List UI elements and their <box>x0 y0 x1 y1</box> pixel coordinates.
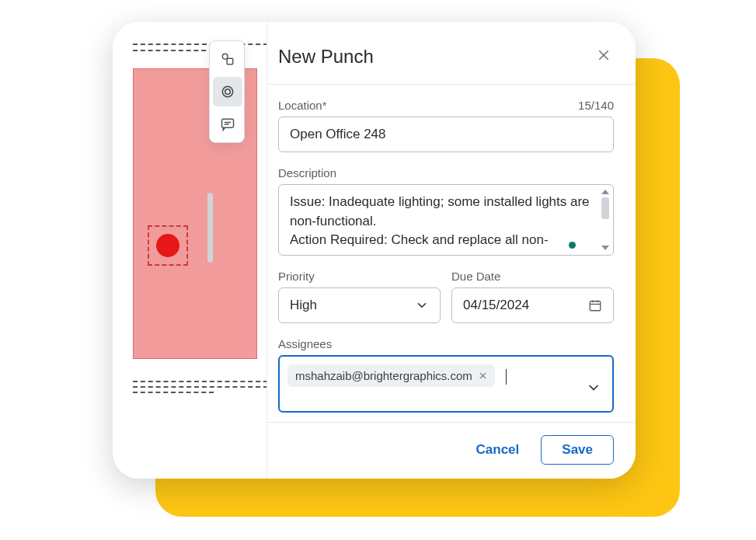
target-tool-button[interactable] <box>213 77 242 106</box>
svg-point-3 <box>225 89 231 95</box>
floorplan-area <box>113 22 276 479</box>
calendar-icon <box>588 298 602 312</box>
save-button[interactable]: Save <box>541 435 614 465</box>
description-text: Issue: Inadequate lighting; some install… <box>290 193 596 250</box>
plan-guide-line <box>133 50 214 51</box>
assignees-label: Assignees <box>278 337 614 350</box>
location-field: Location* 15/140 <box>278 99 614 152</box>
shapes-tool-button[interactable] <box>213 44 242 74</box>
svg-rect-9 <box>590 301 601 311</box>
text-caret <box>506 369 507 385</box>
resize-handle-icon <box>569 242 576 249</box>
chip-remove-button[interactable] <box>479 370 487 382</box>
due-date-value: 04/15/2024 <box>463 298 529 313</box>
due-date-field: Due Date 04/15/2024 <box>451 270 614 323</box>
close-button[interactable] <box>594 45 614 68</box>
panel-footer: Cancel Save <box>267 422 636 479</box>
location-char-count: 15/140 <box>578 99 614 112</box>
panel-title: New Punch <box>278 46 374 68</box>
chevron-down-icon <box>415 298 429 312</box>
assignee-chip[interactable]: mshahzaib@brightergraphics.com <box>287 364 495 387</box>
due-date-label: Due Date <box>451 270 614 283</box>
due-date-input[interactable]: 04/15/2024 <box>451 287 614 323</box>
priority-value: High <box>290 298 317 313</box>
priority-label: Priority <box>278 270 441 283</box>
plan-guide-line <box>133 386 268 388</box>
priority-select[interactable]: High <box>278 287 441 323</box>
punch-marker[interactable] <box>148 225 188 266</box>
assignees-field: Assignees mshahzaib@brightergraphics.com <box>278 337 614 413</box>
svg-rect-4 <box>222 119 234 127</box>
textarea-scrollbar[interactable] <box>601 190 610 250</box>
priority-field: Priority High <box>278 270 441 323</box>
panel-body: Location* 15/140 Description Issue: Inad… <box>267 85 636 419</box>
close-icon <box>597 48 611 62</box>
plan-scrollbar-thumb[interactable] <box>207 193 213 263</box>
assignee-chip-text: mshahzaib@brightergraphics.com <box>295 369 472 382</box>
comment-icon <box>220 117 235 132</box>
scroll-down-icon <box>601 246 609 250</box>
close-icon <box>479 371 487 380</box>
new-punch-panel: New Punch Location* 15/140 Descripti <box>267 22 636 479</box>
assignees-input[interactable]: mshahzaib@brightergraphics.com <box>278 355 614 413</box>
plan-guide-line <box>133 44 268 45</box>
app-card: New Punch Location* 15/140 Descripti <box>113 22 636 479</box>
location-input[interactable] <box>278 117 614 152</box>
panel-header: New Punch <box>267 22 636 85</box>
location-label: Location* <box>278 99 327 112</box>
description-textarea[interactable]: Issue: Inadequate lighting; some install… <box>278 184 614 256</box>
description-field: Description Issue: Inadequate lighting; … <box>278 166 614 256</box>
comment-tool-button[interactable] <box>213 110 242 139</box>
chevron-down-icon <box>586 380 601 395</box>
plan-guide-line <box>133 392 214 393</box>
target-icon <box>220 84 235 99</box>
shapes-icon <box>220 51 235 67</box>
assignees-dropdown-toggle[interactable] <box>586 380 601 399</box>
scroll-thumb[interactable] <box>601 197 609 219</box>
punch-marker-dot <box>156 234 179 257</box>
description-label: Description <box>278 166 614 179</box>
svg-rect-1 <box>227 58 233 64</box>
annotation-toolbar <box>209 40 245 143</box>
scroll-up-icon <box>601 190 609 194</box>
plan-guide-line <box>133 381 268 382</box>
cancel-button[interactable]: Cancel <box>476 442 520 458</box>
svg-point-2 <box>222 86 232 96</box>
